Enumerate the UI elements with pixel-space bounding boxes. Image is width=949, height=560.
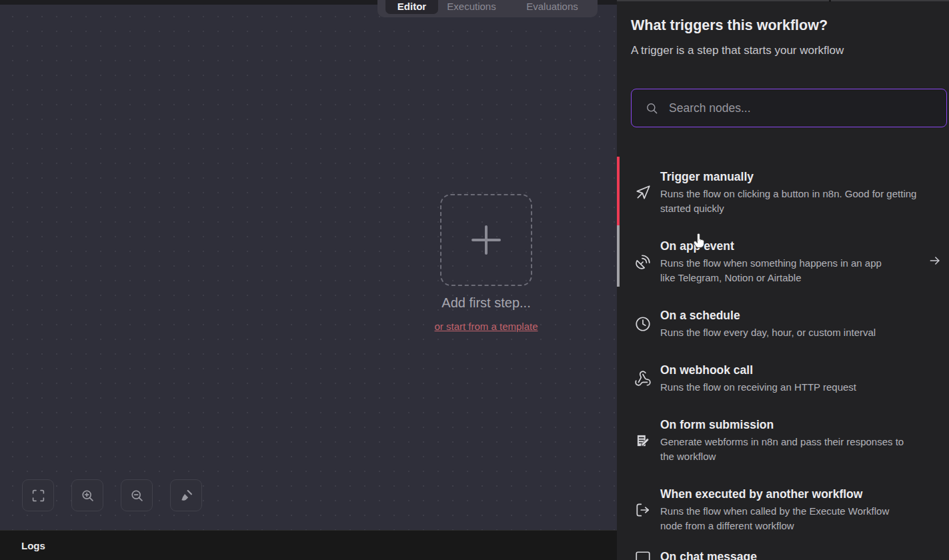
item-title: On form submission	[660, 418, 912, 432]
item-description: Runs the flow every day, hour, or custom…	[660, 325, 935, 340]
item-description: Runs the flow on clicking a button in n8…	[660, 187, 935, 216]
tidy-up-button[interactable]	[170, 479, 202, 511]
add-first-step-button[interactable]	[440, 194, 532, 286]
fit-view-icon	[31, 489, 45, 503]
trigger-item-schedule[interactable]: On a schedule Runs the flow every day, h…	[617, 297, 949, 351]
broom-icon	[179, 489, 193, 503]
webhook-icon	[634, 370, 652, 387]
item-title: Trigger manually	[660, 170, 935, 184]
zoom-out-icon	[130, 489, 144, 503]
tab-editor[interactable]: Editor	[385, 0, 438, 14]
add-first-step-label: Add first step...	[441, 295, 530, 311]
plus-icon	[471, 225, 502, 255]
canvas-controls	[22, 479, 202, 511]
message-square-icon	[634, 550, 652, 560]
zoom-in-icon	[81, 489, 95, 503]
workflow-canvas[interactable]: Editor Executions Evaluations Add first …	[0, 0, 617, 530]
satellite-dish-icon	[634, 253, 652, 271]
item-title: On app event	[660, 239, 898, 253]
trigger-item-manually[interactable]: Trigger manually Runs the flow on clicki…	[617, 158, 949, 227]
clock-icon	[634, 315, 652, 333]
node-creator-panel: What triggers this workflow? A trigger i…	[617, 0, 949, 560]
search-nodes-box[interactable]	[631, 89, 947, 127]
tab-executions[interactable]: Executions	[447, 0, 496, 13]
trigger-item-webhook[interactable]: On webhook call Runs the flow on receivi…	[617, 351, 949, 406]
panel-title: What triggers this workflow?	[631, 17, 828, 34]
trigger-item-executed-by-workflow[interactable]: When executed by another workflow Runs t…	[617, 475, 949, 545]
item-title: On chat message	[660, 550, 935, 560]
search-nodes-input[interactable]	[669, 101, 922, 115]
start-from-template-link[interactable]: or start from a template	[434, 321, 538, 332]
trigger-item-app-event[interactable]: On app event Runs the flow when somethin…	[617, 227, 949, 297]
tab-evaluations[interactable]: Evaluations	[526, 0, 578, 13]
panel-top-divider	[829, 0, 831, 2]
panel-top-border	[617, 0, 949, 1]
zoom-out-button[interactable]	[121, 479, 153, 511]
item-description: Runs the flow on receiving an HTTP reque…	[660, 380, 935, 395]
trigger-list: Trigger manually Runs the flow on clicki…	[617, 158, 949, 560]
zoom-in-button[interactable]	[71, 479, 103, 511]
item-description: Runs the flow when something happens in …	[660, 256, 898, 285]
trigger-item-form-submission[interactable]: On form submission Generate webforms in …	[617, 406, 949, 475]
fit-view-button[interactable]	[22, 479, 54, 511]
item-title: On webhook call	[660, 363, 935, 377]
item-description: Runs the flow when called by the Execute…	[660, 504, 914, 533]
scrollbar-thumb[interactable]	[617, 225, 620, 287]
trigger-accent-bar	[617, 157, 620, 225]
panel-subtitle: A trigger is a step that starts your wor…	[631, 44, 844, 57]
execute-workflow-icon	[634, 501, 652, 519]
item-description: Generate webforms in n8n and pass their …	[660, 435, 912, 464]
view-tabbar: Editor Executions Evaluations	[377, 0, 598, 17]
trigger-item-chat-message[interactable]: On chat message	[617, 545, 949, 560]
submenu-arrow-icon	[928, 254, 942, 270]
logs-title: Logs	[21, 540, 45, 551]
item-title: On a schedule	[660, 309, 935, 323]
form-pencil-icon	[634, 432, 652, 449]
search-icon	[646, 102, 658, 115]
item-title: When executed by another workflow	[660, 487, 914, 501]
mouse-pointer-icon	[634, 184, 652, 201]
logs-panel-header[interactable]: Logs	[0, 530, 617, 560]
